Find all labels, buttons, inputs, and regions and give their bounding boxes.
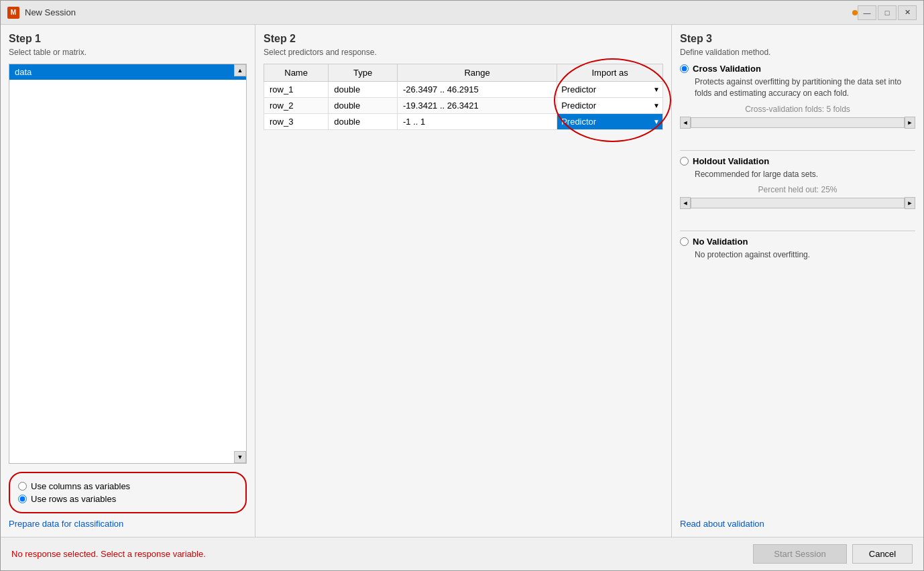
no-validation-label: No Validation	[693, 237, 748, 247]
step1-panel: Step 1 Select table or matrix. data ▲ ▼ …	[1, 25, 255, 537]
row2-name: row_2	[264, 98, 329, 114]
list-scroll-up[interactable]: ▲	[234, 64, 246, 76]
col-importas-header: Import as	[557, 64, 663, 82]
folds-slider-track[interactable]	[691, 117, 905, 128]
row2-importas-cell: Predictor Response None ▼	[557, 98, 663, 114]
holdout-slider-right[interactable]: ►	[905, 197, 915, 209]
cross-validation-label: Cross Validation	[693, 64, 761, 74]
col-type-header: Type	[329, 64, 398, 82]
step3-panel: Step 3 Define validation method. Cross V…	[672, 25, 923, 537]
holdout-label: Holdout Validation	[693, 156, 769, 166]
no-validation-radio-row[interactable]: No Validation	[680, 237, 915, 247]
holdout-slider-track[interactable]	[691, 198, 905, 208]
folds-slider-right[interactable]: ►	[905, 117, 915, 129]
folds-label: Cross-validation folds: 5 folds	[680, 105, 915, 114]
cancel-button[interactable]: Cancel	[852, 544, 913, 564]
data-list[interactable]: data ▲ ▼	[9, 64, 247, 464]
holdout-slider-left[interactable]: ◄	[680, 197, 691, 209]
read-validation-link[interactable]: Read about validation	[680, 519, 764, 529]
window-controls: — □ ✕	[858, 5, 917, 20]
folds-slider-left[interactable]: ◄	[680, 117, 691, 129]
holdout-radio-row[interactable]: Holdout Validation	[680, 156, 915, 166]
step2-panel: Step 2 Select predictors and response. N…	[255, 25, 672, 537]
start-session-button[interactable]: Start Session	[753, 544, 847, 564]
row1-name: row_1	[264, 82, 329, 98]
radio-rows-label: Use rows as variables	[31, 494, 116, 504]
holdout-desc: Recommended for large data sets.	[695, 169, 915, 180]
col-range-header: Range	[398, 64, 557, 82]
footer: No response selected. Select a response …	[1, 537, 923, 570]
cross-validation-desc: Protects against overfitting by partitio…	[695, 76, 915, 99]
radio-columns[interactable]: Use columns as variables	[18, 481, 237, 491]
holdout-radio[interactable]	[680, 157, 689, 166]
table-row: row_3 double -1 .. 1 Predictor Response …	[264, 114, 663, 130]
orange-dot	[852, 10, 858, 15]
divider2	[680, 231, 915, 231]
footer-buttons: Start Session Cancel	[753, 544, 913, 564]
row1-type: double	[329, 82, 398, 98]
row2-range: -19.3421 .. 26.3421	[398, 98, 557, 114]
row2-importas-select[interactable]: Predictor Response None	[557, 99, 662, 113]
minimize-button[interactable]: —	[858, 5, 876, 20]
app-icon: M	[7, 7, 19, 19]
status-message: No response selected. Select a response …	[11, 549, 753, 559]
step2-subtitle: Select predictors and response.	[264, 48, 663, 57]
predictors-table-container: Name Type Range Import as row_1 double -…	[264, 64, 663, 130]
step3-subtitle: Define validation method.	[680, 48, 915, 57]
cross-validation-radio-row[interactable]: Cross Validation	[680, 64, 915, 74]
percent-label: Percent held out: 25%	[680, 185, 915, 194]
row3-importas-select[interactable]: Predictor Response None	[557, 115, 662, 129]
list-scroll-down[interactable]: ▼	[234, 451, 246, 463]
row1-range: -26.3497 .. 46.2915	[398, 82, 557, 98]
radio-rows[interactable]: Use rows as variables	[18, 494, 237, 504]
radio-rows-input[interactable]	[18, 495, 27, 503]
radio-columns-input[interactable]	[18, 482, 27, 491]
holdout-validation-section: Holdout Validation Recommended for large…	[680, 156, 915, 218]
predictors-table: Name Type Range Import as row_1 double -…	[264, 64, 663, 130]
main-content: Step 1 Select table or matrix. data ▲ ▼ …	[1, 25, 923, 537]
row1-importas-select[interactable]: Predictor Response None	[557, 82, 662, 97]
row3-importas-cell: Predictor Response None ▼	[557, 114, 663, 130]
list-item-data[interactable]: data	[9, 64, 246, 80]
no-validation-section: No Validation No protection against over…	[680, 237, 915, 266]
row1-importas-cell: Predictor Response None ▼	[557, 82, 663, 98]
step3-title: Step 3	[680, 33, 915, 45]
row2-type: double	[329, 98, 398, 114]
cross-validation-section: Cross Validation Protects against overfi…	[680, 64, 915, 137]
step1-title: Step 1	[9, 33, 247, 45]
row3-type: double	[329, 114, 398, 130]
new-session-window: M New Session — □ ✕ Step 1 Select table …	[0, 0, 924, 571]
table-row: row_1 double -26.3497 .. 46.2915 Predict…	[264, 82, 663, 98]
row3-range: -1 .. 1	[398, 114, 557, 130]
row3-name: row_3	[264, 114, 329, 130]
table-row: row_2 double -19.3421 .. 26.3421 Predict…	[264, 98, 663, 114]
no-validation-radio[interactable]	[680, 237, 689, 246]
close-button[interactable]: ✕	[898, 5, 917, 20]
prepare-link[interactable]: Prepare data for classification	[9, 519, 247, 529]
col-name-header: Name	[264, 64, 329, 82]
window-title: New Session	[25, 7, 651, 17]
cross-validation-radio[interactable]	[680, 64, 689, 73]
step1-subtitle: Select table or matrix.	[9, 48, 247, 57]
step2-title: Step 2	[264, 33, 663, 45]
titlebar: M New Session — □ ✕	[1, 1, 923, 25]
divider1	[680, 150, 915, 151]
no-validation-desc: No protection against overfitting.	[695, 249, 915, 261]
variable-radio-group: Use columns as variables Use rows as var…	[9, 472, 247, 513]
folds-slider-container: ◄ ►	[680, 117, 915, 129]
holdout-slider-container: ◄ ►	[680, 197, 915, 209]
radio-columns-label: Use columns as variables	[31, 481, 130, 491]
maximize-button[interactable]: □	[878, 5, 897, 20]
